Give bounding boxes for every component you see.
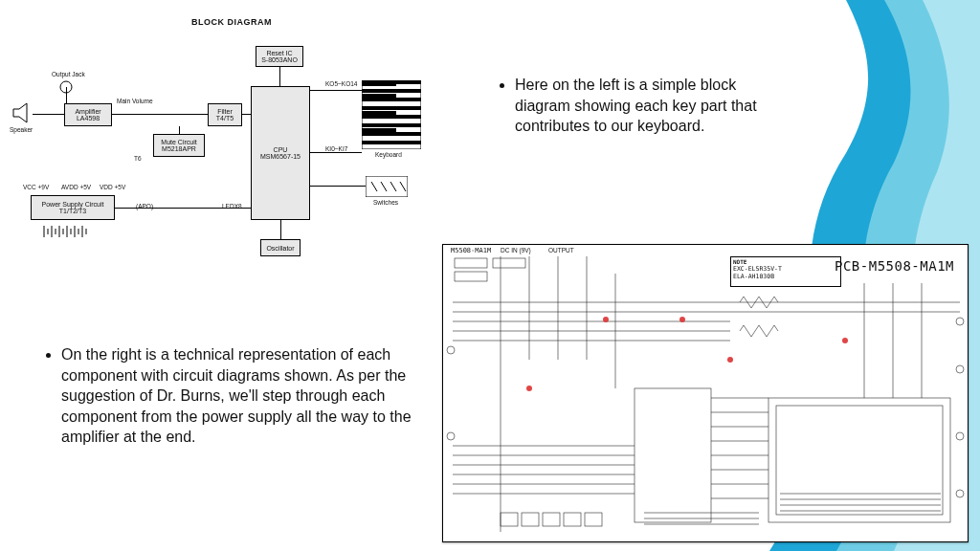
bullet-bottom-left: On the right is a technical representati… (44, 344, 427, 448)
bullet-top-right: Here on the left is a simple block diagr… (498, 75, 775, 137)
svg-point-53 (842, 338, 848, 343)
svg-rect-40 (543, 513, 560, 526)
block-reset-l2: S-8053ANO (261, 56, 298, 63)
svg-point-43 (956, 318, 964, 325)
switches-icon (366, 176, 408, 197)
bullet-text: On the right is a technical representati… (61, 344, 427, 448)
svg-point-49 (603, 317, 609, 322)
svg-rect-39 (522, 513, 539, 526)
svg-rect-36 (455, 272, 487, 281)
label-t6: T6 (134, 155, 142, 162)
block-amplifier: Amplifier LA4598 (64, 103, 112, 126)
block-cpu: CPU MSM6567-15 (251, 86, 310, 220)
block-oscillator: Oscillator (260, 239, 301, 256)
label-output-jack: Output Jack (52, 71, 85, 77)
svg-point-47 (447, 346, 455, 354)
label-vcc: VCC +9V (23, 184, 49, 190)
svg-marker-0 (13, 103, 27, 122)
block-diagram-title: BLOCK DIAGRAM (191, 17, 272, 27)
battery-icon (42, 224, 100, 241)
svg-rect-24 (362, 94, 396, 99)
svg-rect-16 (362, 89, 421, 93)
keyboard-icon (362, 80, 421, 149)
block-psu-l2: T1/T2/T3 (59, 208, 86, 214)
block-psu: Power Supply Circuit T1/T2/T3 (31, 195, 115, 220)
block-mute: Mute Circuit M5218APR (153, 134, 205, 157)
svg-rect-35 (455, 258, 487, 268)
svg-rect-38 (501, 513, 518, 526)
svg-rect-26 (362, 128, 396, 134)
block-filter-l2: T4/T5 (216, 115, 234, 121)
block-reset-ic: Reset IC S-8053ANO (256, 46, 303, 67)
label-speaker: Speaker (10, 126, 33, 133)
block-filter-l1: Filter (217, 108, 233, 115)
svg-rect-20 (362, 123, 421, 127)
svg-point-44 (956, 365, 964, 373)
svg-point-46 (956, 490, 964, 497)
label-ko: KO5~KO14 (325, 80, 357, 87)
svg-rect-25 (362, 111, 396, 117)
label-ki: KI0~KI7 (325, 145, 347, 152)
svg-rect-22 (362, 141, 421, 144)
svg-point-50 (679, 317, 685, 322)
block-mute-l1: Mute Circuit (161, 139, 196, 145)
schematic: M5508-MA1M DC IN (9V) OUTPUT PCB-M5508-M… (442, 244, 969, 542)
block-cpu-l2: MSM6567-15 (260, 153, 301, 160)
svg-rect-37 (493, 258, 525, 268)
svg-rect-18 (362, 106, 421, 110)
block-psu-l1: Power Supply Circuit (42, 201, 104, 208)
slide-root: Here on the left is a simple block diagr… (0, 0, 980, 551)
svg-point-48 (447, 432, 455, 440)
block-diagram: Speaker Output Jack Amplifier LA4598 Mai… (21, 42, 423, 310)
svg-rect-23 (362, 80, 396, 86)
svg-rect-33 (776, 406, 943, 515)
svg-rect-32 (768, 398, 950, 522)
block-cpu-l1: CPU (274, 146, 288, 153)
block-reset-l1: Reset IC (266, 50, 292, 56)
svg-point-52 (727, 357, 733, 363)
block-mute-l2: M5218APR (162, 145, 196, 152)
label-avdd: AVDD +5V (61, 184, 91, 190)
svg-rect-34 (635, 388, 711, 522)
speaker-icon (10, 101, 33, 124)
label-vdd: VDD +5V (100, 184, 125, 190)
label-keyboard: Keyboard (375, 151, 402, 158)
svg-rect-27 (366, 176, 408, 197)
label-main-volume: Main Volume (117, 98, 153, 104)
svg-point-51 (526, 386, 532, 391)
block-amplifier-l1: Amplifier (75, 108, 100, 115)
block-amplifier-l2: LA4598 (77, 115, 100, 121)
block-filter: Filter T4/T5 (208, 103, 242, 126)
svg-point-45 (956, 432, 964, 440)
label-switches: Switches (373, 199, 398, 206)
block-osc-l1: Oscillator (266, 245, 294, 252)
bullet-text: Here on the left is a simple block diagr… (515, 75, 775, 137)
svg-rect-42 (585, 513, 602, 526)
schematic-linework (443, 245, 968, 541)
svg-rect-41 (564, 513, 581, 526)
